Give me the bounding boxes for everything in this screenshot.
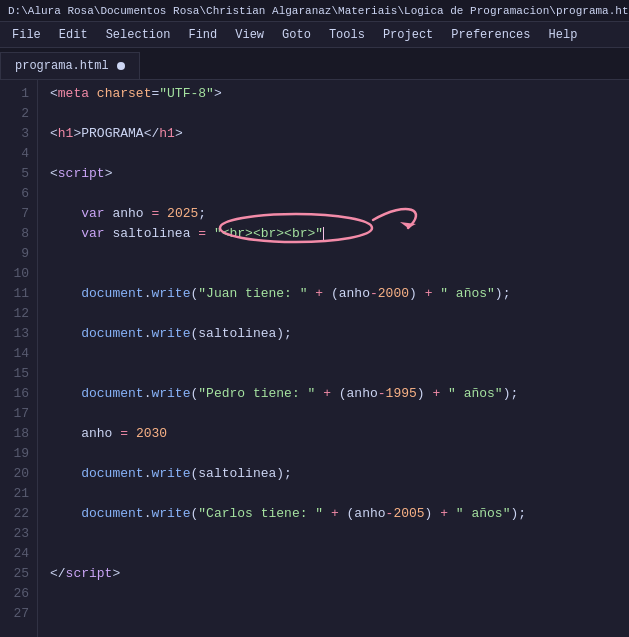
line-num-25: 25 <box>0 564 37 584</box>
line-num-11: 11 <box>0 284 37 304</box>
code-line-9 <box>50 244 629 264</box>
menu-edit[interactable]: Edit <box>51 26 96 44</box>
menu-file[interactable]: File <box>4 26 49 44</box>
line-num-5: 5 <box>0 164 37 184</box>
code-line-18: anho = 2030 <box>50 424 629 444</box>
line-num-3: 3 <box>0 124 37 144</box>
code-line-13: document.write(saltolinea); <box>50 324 629 344</box>
line-num-6: 6 <box>0 184 37 204</box>
menu-project[interactable]: Project <box>375 26 441 44</box>
line-num-19: 19 <box>0 444 37 464</box>
line-num-24: 24 <box>0 544 37 564</box>
line-num-16: 16 <box>0 384 37 404</box>
code-line-20: document.write(saltolinea); <box>50 464 629 484</box>
code-line-5: <script> <box>50 164 629 184</box>
line-num-23: 23 <box>0 524 37 544</box>
line-num-13: 13 <box>0 324 37 344</box>
line-num-2: 2 <box>0 104 37 124</box>
line-num-17: 17 <box>0 404 37 424</box>
code-line-17 <box>50 404 629 424</box>
code-line-19 <box>50 444 629 464</box>
code-line-14 <box>50 344 629 364</box>
line-num-9: 9 <box>0 244 37 264</box>
menu-preferences[interactable]: Preferences <box>443 26 538 44</box>
code-line-16: document.write("Pedro tiene: " + (anho-1… <box>50 384 629 404</box>
line-num-12: 12 <box>0 304 37 324</box>
tab-label: programa.html <box>15 59 109 73</box>
editor: 1 2 3 4 5 6 7 8 9 10 11 12 13 14 15 16 1… <box>0 80 629 637</box>
code-line-4 <box>50 144 629 164</box>
code-line-24 <box>50 544 629 564</box>
title-text: D:\Alura Rosa\Documentos Rosa\Christian … <box>8 5 629 17</box>
menu-selection[interactable]: Selection <box>98 26 179 44</box>
code-line-6 <box>50 184 629 204</box>
code-line-23 <box>50 524 629 544</box>
line-num-8: 8 <box>0 224 37 244</box>
code-area[interactable]: <meta charset="UTF-8"> <h1>PROGRAMA</h1>… <box>38 80 629 637</box>
line-num-20: 20 <box>0 464 37 484</box>
menu-tools[interactable]: Tools <box>321 26 373 44</box>
line-num-27: 27 <box>0 604 37 624</box>
code-line-26 <box>50 584 629 604</box>
code-line-25: </script> <box>50 564 629 584</box>
line-num-4: 4 <box>0 144 37 164</box>
code-line-8: var saltolinea = "<br><br><br>" <box>50 224 629 244</box>
code-line-12 <box>50 304 629 324</box>
line-num-15: 15 <box>0 364 37 384</box>
line-num-14: 14 <box>0 344 37 364</box>
line-numbers: 1 2 3 4 5 6 7 8 9 10 11 12 13 14 15 16 1… <box>0 80 38 637</box>
menu-view[interactable]: View <box>227 26 272 44</box>
code-line-1: <meta charset="UTF-8"> <box>50 84 629 104</box>
title-bar: D:\Alura Rosa\Documentos Rosa\Christian … <box>0 0 629 22</box>
menu-bar: File Edit Selection Find View Goto Tools… <box>0 22 629 48</box>
code-line-3: <h1>PROGRAMA</h1> <box>50 124 629 144</box>
line-num-18: 18 <box>0 424 37 444</box>
menu-goto[interactable]: Goto <box>274 26 319 44</box>
menu-help[interactable]: Help <box>541 26 586 44</box>
line-num-10: 10 <box>0 264 37 284</box>
line-num-21: 21 <box>0 484 37 504</box>
tab-modified-dot <box>117 62 125 70</box>
tab-bar: programa.html <box>0 48 629 80</box>
line-num-7: 7 <box>0 204 37 224</box>
code-line-15 <box>50 364 629 384</box>
code-line-11: document.write("Juan tiene: " + (anho-20… <box>50 284 629 304</box>
code-line-2 <box>50 104 629 124</box>
code-line-27 <box>50 604 629 624</box>
menu-find[interactable]: Find <box>180 26 225 44</box>
code-line-21 <box>50 484 629 504</box>
line-num-1: 1 <box>0 84 37 104</box>
code-line-22: document.write("Carlos tiene: " + (anho-… <box>50 504 629 524</box>
code-line-7: var anho = 2025; <box>50 204 629 224</box>
tab-programa-html[interactable]: programa.html <box>0 52 140 79</box>
code-line-10 <box>50 264 629 284</box>
line-num-26: 26 <box>0 584 37 604</box>
line-num-22: 22 <box>0 504 37 524</box>
